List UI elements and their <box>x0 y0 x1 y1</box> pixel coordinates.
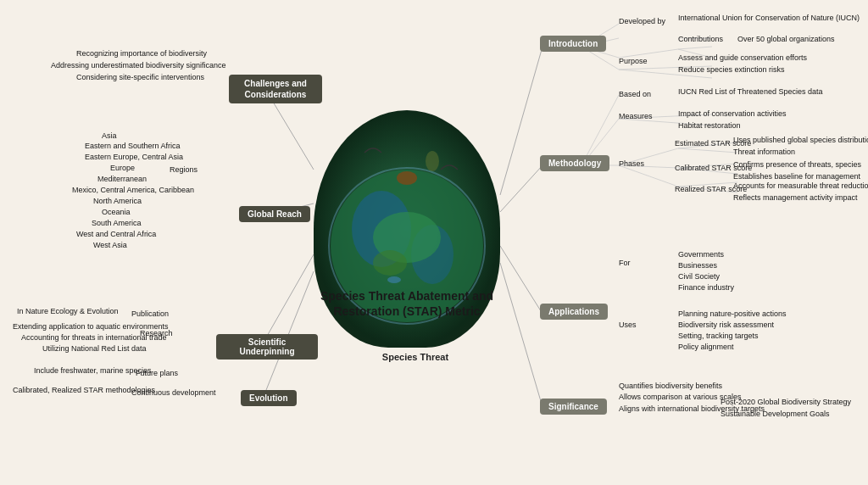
leaf-aquatic: Extending application to aquatic environ… <box>13 322 169 331</box>
node-introduction: Introduction <box>540 36 606 52</box>
svg-line-29 <box>619 165 678 187</box>
species-threat-label: Species Threat <box>356 352 475 362</box>
svg-line-1 <box>500 165 542 212</box>
leaf-planning: Planning nature-positive actions <box>678 309 787 318</box>
leaf-eastern-south-africa: Eastern and Southern Africa <box>85 142 181 150</box>
leaf-publication: Publication <box>131 309 169 318</box>
node-significance: Significance <box>540 399 607 415</box>
leaf-tracking: Setting, tracking targets <box>678 332 759 340</box>
leaf-governments: Governments <box>678 250 724 259</box>
leaf-europe: Europe <box>110 164 135 172</box>
node-applications: Applications <box>540 304 608 320</box>
leaf-uses: Uses <box>619 321 637 329</box>
leaf-baseline: Establishes baseline for management <box>733 172 860 181</box>
leaf-measures: Measures <box>619 112 653 120</box>
svg-point-36 <box>373 250 407 276</box>
node-scientific: Scientific Underpinning <box>216 334 318 360</box>
leaf-considering: Considering site-specific interventions <box>76 73 204 81</box>
node-methodology: Methodology <box>540 155 609 171</box>
leaf-sdg: Sustainable Development Goals <box>721 410 830 418</box>
leaf-global-dist: Uses published global species distributi… <box>733 136 868 144</box>
leaf-measurable: Accounts for measurable threat reduction <box>733 181 868 190</box>
svg-line-13 <box>678 47 712 49</box>
svg-point-39 <box>387 276 401 283</box>
leaf-threat-info: Threat information <box>733 148 795 156</box>
leaf-post2020: Post-2020 Global Biodiversity Strategy <box>721 398 851 406</box>
node-evolution: Evolution <box>241 390 297 406</box>
leaf-based-on: Based on <box>619 90 651 98</box>
leaf-eastern-europe: Eastern Europe, Central Asia <box>85 153 183 161</box>
leaf-calibrated-star: Calibrated, Realized STAR methodologies <box>13 386 155 394</box>
svg-line-0 <box>500 47 542 195</box>
leaf-policy: Policy alignment <box>678 343 734 351</box>
leaf-contributions: Contributions <box>678 35 723 43</box>
leaf-businesses: Businesses <box>678 261 717 270</box>
leaf-reduce: Reduce species extinction risks <box>678 65 785 74</box>
leaf-oceania: Oceania <box>102 208 131 216</box>
leaf-biodiversity-risk: Biodiversity risk assessment <box>678 321 774 329</box>
leaf-recognizing: Recognizing importance of biodiversity <box>76 49 207 58</box>
svg-line-6 <box>263 254 314 343</box>
leaf-iucn: International Union for Conservation of … <box>678 14 860 22</box>
leaf-finance: Finance industry <box>678 283 734 292</box>
svg-point-38 <box>426 151 439 171</box>
leaf-quantifies: Quantifies biodiversity benefits <box>619 382 722 390</box>
svg-line-2 <box>500 246 542 314</box>
leaf-west-central-africa: West and Central Africa <box>76 230 156 238</box>
svg-point-37 <box>397 171 417 185</box>
leaf-addressing: Addressing underestimated biodiversity s… <box>51 61 226 70</box>
leaf-regions: Regions <box>170 165 198 174</box>
leaf-north-america: North America <box>93 197 142 205</box>
leaf-asia: Asia <box>102 131 117 140</box>
leaf-iucn-red: IUCN Red List of Threatened Species data <box>678 87 822 96</box>
leaf-impact: Impact of conservation activities <box>678 109 787 118</box>
leaf-national-red: Utilizing National Red List data <box>42 344 147 353</box>
leaf-mexico: Mexico, Central America, Caribbean <box>72 186 194 194</box>
leaf-assess: Assess and guide conservation efforts <box>678 53 807 62</box>
leaf-orgs: Over 50 global organizations <box>737 35 835 43</box>
leaf-mediterranean: Mediterranean <box>97 175 147 183</box>
leaf-freshwater: Include freshwater, marine species <box>34 366 152 375</box>
leaf-habitat: Habitat restoration <box>678 121 741 130</box>
leaf-west-asia: West Asia <box>93 241 127 249</box>
leaf-intl-trade: Accounting for threats in international … <box>21 333 167 342</box>
node-global-reach: Global Reach <box>239 206 310 222</box>
leaf-nature-ecology: In Nature Ecology & Evolution <box>17 307 119 315</box>
svg-line-3 <box>500 263 542 407</box>
main-title: Species Threat Abatement and Restoration… <box>314 288 500 319</box>
leaf-developed-by: Developed by <box>619 17 665 25</box>
svg-line-25 <box>678 148 737 153</box>
leaf-for: For <box>619 259 631 267</box>
leaf-purpose: Purpose <box>619 57 648 65</box>
leaf-confirms: Confirms presence of threats, species <box>733 160 861 169</box>
leaf-mgmt-activity: Reflects management activity impact <box>733 193 858 202</box>
leaf-civil: Civil Society <box>678 272 720 281</box>
leaf-phases: Phases <box>619 159 644 168</box>
node-challenges: Challenges and Considerations <box>229 75 322 103</box>
leaf-south-america: South America <box>92 219 142 227</box>
